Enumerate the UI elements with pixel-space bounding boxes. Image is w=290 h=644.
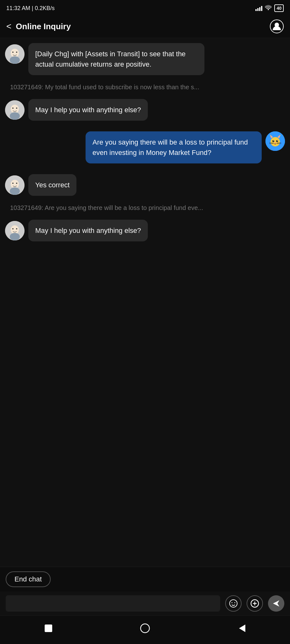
status-time: 11:32 AM | 0.2KB/s [6, 5, 55, 12]
svg-point-18 [276, 140, 278, 142]
svg-point-32 [11, 225, 19, 234]
svg-point-12 [270, 137, 280, 146]
svg-point-5 [10, 56, 20, 64]
chat-area: [Daily Chg] with [Assets in Transit] to … [0, 38, 290, 567]
svg-point-29 [16, 183, 17, 184]
svg-point-28 [12, 183, 14, 184]
svg-point-33 [12, 228, 14, 229]
send-button[interactable] [268, 595, 284, 612]
message-row: Yes correct [5, 174, 285, 196]
header-left: < Online Inquiry [6, 21, 71, 31]
input-bar [0, 592, 290, 615]
svg-point-3 [12, 52, 14, 53]
svg-point-21 [275, 143, 276, 144]
svg-point-30 [10, 187, 20, 195]
agent-avatar [5, 44, 25, 64]
status-icons: 40 [255, 4, 284, 12]
svg-point-9 [16, 107, 17, 109]
svg-marker-44 [239, 625, 245, 632]
user-avatar [265, 131, 285, 151]
agent-message-bubble: Yes correct [28, 174, 76, 196]
page-title: Online Inquiry [16, 22, 71, 31]
navigation-bar [0, 615, 290, 644]
svg-point-43 [141, 624, 149, 633]
signal-icon [255, 5, 262, 11]
svg-point-27 [11, 180, 19, 189]
agent-message-bubble: May I help you with anything else? [28, 220, 148, 241]
svg-point-38 [234, 602, 235, 603]
svg-point-2 [11, 49, 19, 58]
end-chat-bar: End chat [0, 567, 290, 592]
svg-point-19 [273, 140, 274, 141]
message-row: May I help you with anything else? [5, 220, 285, 241]
agent-message-bubble: [Daily Chg] with [Assets in Transit] to … [28, 43, 204, 75]
back-button[interactable]: < [6, 21, 11, 31]
svg-point-10 [10, 112, 20, 120]
agent-message-bubble: May I help you with anything else? [28, 99, 148, 121]
battery-icon: 40 [274, 4, 284, 12]
svg-point-37 [231, 602, 232, 603]
user-message-bubble: Are you saying there will be a loss to p… [86, 131, 262, 163]
system-message: 103271649: Are you saying there will be … [5, 200, 285, 215]
svg-point-4 [16, 52, 17, 53]
message-row: [Daily Chg] with [Assets in Transit] to … [5, 43, 285, 75]
add-button[interactable] [247, 595, 263, 612]
system-message: 103271649: My total fund used to subscri… [5, 80, 285, 95]
home-button[interactable] [137, 620, 153, 636]
message-row: Are you saying there will be a loss to p… [5, 131, 285, 163]
agent-avatar [5, 175, 25, 195]
svg-point-7 [11, 105, 19, 113]
svg-rect-42 [45, 625, 52, 632]
end-chat-button[interactable]: End chat [6, 571, 51, 587]
message-row: May I help you with anything else? [5, 99, 285, 121]
message-input[interactable] [6, 595, 220, 612]
svg-point-36 [230, 600, 237, 607]
svg-point-8 [12, 107, 14, 109]
stop-button[interactable] [40, 620, 57, 636]
user-profile-icon[interactable] [270, 19, 284, 33]
svg-point-34 [16, 228, 17, 229]
agent-avatar [5, 221, 25, 240]
back-button[interactable] [233, 620, 250, 636]
emoji-button[interactable] [225, 595, 242, 612]
agent-avatar [5, 100, 25, 120]
bottom-section: End chat [0, 567, 290, 615]
svg-point-35 [10, 233, 20, 240]
status-bar: 11:32 AM | 0.2KB/s 40 [0, 0, 290, 15]
header: < Online Inquiry [0, 15, 290, 38]
svg-point-17 [272, 140, 274, 142]
wifi-icon [265, 5, 272, 12]
svg-point-20 [277, 140, 278, 141]
